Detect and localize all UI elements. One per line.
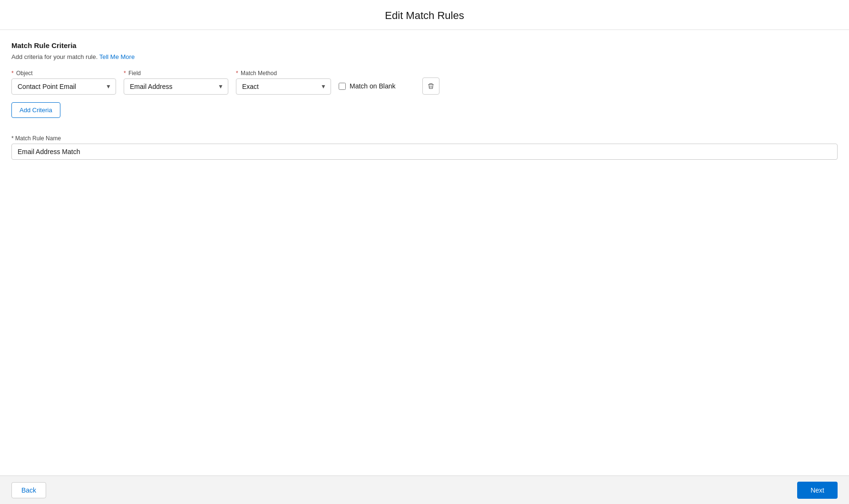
section-description-text: Add criteria for your match rule. [11,53,98,60]
object-label: * Object [11,70,116,77]
match-method-required-star: * [236,70,238,77]
back-button[interactable]: Back [11,482,46,498]
section-title: Match Rule Criteria [11,41,838,49]
page-footer: Back Next [0,475,849,504]
match-rule-name-required-star: * [11,135,14,142]
page-header: Edit Match Rules [0,0,849,30]
page-title: Edit Match Rules [0,10,849,22]
tell-me-more-link[interactable]: Tell Me More [99,53,135,60]
field-select-wrapper: Email Address ▼ [124,78,228,95]
object-select-wrapper: Contact Point Email ▼ [11,78,116,95]
match-method-select-wrapper: Exact ▼ [236,78,331,95]
trash-icon [428,82,434,90]
page-content: Match Rule Criteria Add criteria for you… [0,30,849,475]
match-rule-name-input[interactable] [11,144,838,160]
match-method-select[interactable]: Exact [236,78,331,95]
object-required-star: * [11,70,14,77]
match-method-field-group: * Match Method Exact ▼ [236,70,331,95]
field-label: * Field [124,70,228,77]
section-description: Add criteria for your match rule. Tell M… [11,53,838,60]
match-method-label: * Match Method [236,70,331,77]
delete-criteria-button[interactable] [422,78,439,95]
object-field-group: * Object Contact Point Email ▼ [11,70,116,95]
object-select[interactable]: Contact Point Email [11,78,116,95]
match-rule-name-section: * Match Rule Name [11,135,838,160]
field-field-group: * Field Email Address ▼ [124,70,228,95]
field-required-star: * [124,70,126,77]
criteria-row: * Object Contact Point Email ▼ * Field E… [11,70,838,95]
match-on-blank-label[interactable]: Match on Blank [350,82,396,90]
field-select[interactable]: Email Address [124,78,228,95]
match-on-blank-group: Match on Blank [339,82,415,95]
add-criteria-button[interactable]: Add Criteria [11,102,60,118]
match-rule-name-label: * Match Rule Name [11,135,838,142]
next-button[interactable]: Next [797,482,838,499]
match-on-blank-checkbox[interactable] [339,83,346,90]
